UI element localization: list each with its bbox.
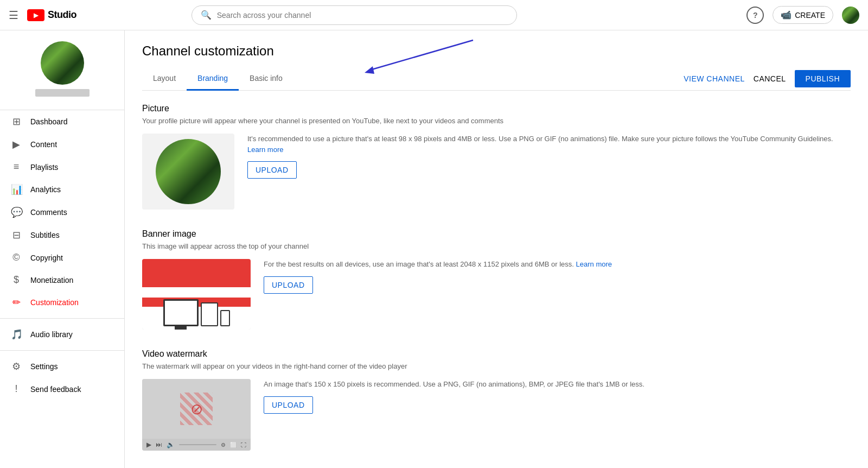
settings-icon[interactable]: ⚙ [221,442,226,448]
monetization-icon: $ [11,274,22,286]
page-title: Channel customization [142,43,851,59]
watermark-content: ⊘ ▶ ⏭ 🔈 ⚙ ⬜ ⛶ An image that's 150 x 150 … [142,379,851,451]
main-content: Channel customization Layout Branding Ba… [125,30,868,468]
banner-upload-button[interactable]: UPLOAD [264,276,313,294]
customization-icon: ✏ [11,296,22,308]
sidebar-item-monetization[interactable]: $ Monetization [0,269,124,291]
help-button[interactable]: ? [746,7,764,24]
create-label: CREATE [795,11,825,20]
watermark-title: Video watermark [142,349,851,359]
sidebar-item-label: Audio library [30,330,73,339]
nav-right: ? 📹 CREATE [746,6,859,24]
picture-title: Picture [142,104,851,113]
sidebar-item-content[interactable]: ▶ Content [0,133,124,156]
sidebar-item-label: Dashboard [30,117,68,126]
logo-text: Studio [48,9,76,21]
analytics-icon: 📊 [11,184,22,195]
sidebar-item-label: Settings [30,362,58,371]
banner-info: For the best results on all devices, use… [264,259,851,294]
sidebar-item-subtitles[interactable]: ⊟ Subtitles [0,224,124,246]
banner-description: This image will appear across the top of… [142,242,851,250]
tab-layout[interactable]: Layout [142,67,187,91]
watermark-upload-button[interactable]: UPLOAD [264,396,313,414]
avatar-image [842,7,859,24]
subtitles-icon: ⊟ [11,229,22,241]
send-feedback-icon: ! [11,383,22,395]
picture-content: It's recommended to use a picture that's… [142,134,851,210]
sidebar: ⊞ Dashboard ▶ Content ≡ Playlists 📊 Anal… [0,30,125,468]
copyright-icon: © [11,252,22,263]
sidebar-item-label: Copyright [30,254,63,262]
volume-icon[interactable]: 🔈 [167,441,175,448]
sidebar-item-label: Send feedback [30,385,81,394]
tab-bar: Layout Branding Basic info VIEW CHANNEL … [142,67,851,91]
dashboard-icon: ⊞ [11,116,22,128]
avatar[interactable] [842,7,859,24]
picture-description: Your profile picture will appear where y… [142,117,851,125]
tab-annotation: Layout Branding Basic info VIEW CHANNEL … [142,67,851,91]
playlists-icon: ≡ [11,161,22,173]
watermark-info-text: An image that's 150 x 150 pixels is reco… [264,379,851,390]
sidebar-item-label: Content [30,140,57,149]
sidebar-item-label: Analytics [30,185,61,194]
next-icon[interactable]: ⏭ [156,441,162,448]
publish-button[interactable]: PUBLISH [795,70,851,87]
sidebar-item-analytics[interactable]: 📊 Analytics [0,178,124,201]
channel-info [0,30,124,110]
banner-learn-more[interactable]: Learn more [576,260,612,268]
watermark-preview: ⊘ ▶ ⏭ 🔈 ⚙ ⬜ ⛶ [142,379,251,451]
settings-icon: ⚙ [11,361,22,372]
watermark-description: The watermark will appear on your videos… [142,362,851,370]
menu-icon[interactable]: ☰ [9,9,18,22]
watermark-info: An image that's 150 x 150 pixels is reco… [264,379,851,414]
tab-branding[interactable]: Branding [187,67,239,91]
picture-info: It's recommended to use a picture that's… [247,134,851,179]
channel-avatar [41,41,84,85]
content-icon: ▶ [11,138,22,150]
audio-library-icon: 🎵 [11,328,22,340]
sidebar-item-label: Customization [30,298,79,307]
picture-section: Picture Your profile picture will appear… [142,104,851,210]
sidebar-item-customization[interactable]: ✏ Customization [0,291,124,314]
channel-name [35,89,90,97]
banner-section: Banner image This image will appear acro… [142,229,851,330]
view-channel-button[interactable]: VIEW CHANNEL [684,74,745,83]
watermark-section: Video watermark The watermark will appea… [142,349,851,451]
search-bar: 🔍 [192,5,517,25]
search-input[interactable] [217,11,508,20]
top-navigation: ☰ Studio 🔍 ? 📹 CREATE [0,0,868,30]
sidebar-item-dashboard[interactable]: ⊞ Dashboard [0,110,124,133]
sidebar-item-audio-library[interactable]: 🎵 Audio library [0,323,124,346]
search-icon: 🔍 [201,10,212,20]
sidebar-item-settings[interactable]: ⚙ Settings [0,355,124,378]
sidebar-item-label: Playlists [30,163,58,172]
comments-icon: 💬 [11,206,22,218]
sidebar-item-label: Comments [30,208,67,217]
sidebar-item-send-feedback[interactable]: ! Send feedback [0,378,124,400]
logo[interactable]: Studio [27,9,76,21]
sidebar-nav: ⊞ Dashboard ▶ Content ≡ Playlists 📊 Anal… [0,110,124,400]
banner-info-text: For the best results on all devices, use… [264,259,851,270]
size-icon[interactable]: ⬜ [230,442,237,448]
play-icon[interactable]: ▶ [146,441,151,448]
fullscreen-icon[interactable]: ⛶ [241,442,246,448]
watermark-icon: ⊘ [190,400,203,418]
youtube-icon [27,9,44,21]
banner-title: Banner image [142,229,851,239]
banner-preview [142,259,251,330]
tab-actions: VIEW CHANNEL CANCEL PUBLISH [684,70,851,87]
camera-icon: 📹 [781,10,792,20]
picture-upload-button[interactable]: UPLOAD [247,161,297,179]
profile-image-preview [156,139,221,204]
picture-info-text: It's recommended to use a picture that's… [247,134,851,155]
sidebar-item-label: Subtitles [30,231,60,239]
picture-preview [142,134,234,210]
sidebar-item-comments[interactable]: 💬 Comments [0,201,124,224]
sidebar-item-playlists[interactable]: ≡ Playlists [0,156,124,178]
picture-learn-more[interactable]: Learn more [247,146,283,154]
tab-basic-info[interactable]: Basic info [239,67,293,91]
progress-bar [179,444,216,445]
create-button[interactable]: 📹 CREATE [773,6,833,24]
cancel-button[interactable]: CANCEL [754,74,786,83]
sidebar-item-copyright[interactable]: © Copyright [0,246,124,269]
